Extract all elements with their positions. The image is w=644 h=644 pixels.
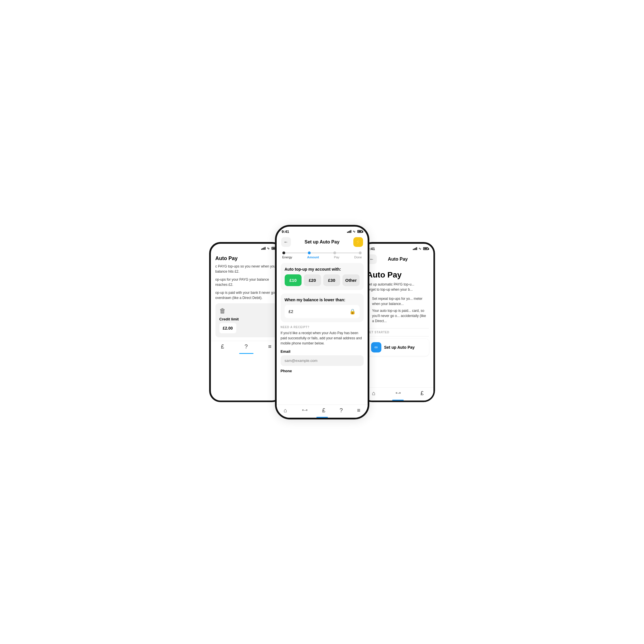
center-nav-activity-icon[interactable]: ⚬-⚬ (301, 408, 308, 413)
receipt-desc: If you'd like a receipt when your Auto P… (281, 330, 364, 346)
setup-btn-icon: ∞ (371, 342, 381, 352)
divider2 (367, 336, 429, 336)
step-dot-energy (282, 251, 285, 254)
left-bottom-nav: £ ? ≡ (211, 341, 282, 354)
bolt-button[interactable]: ⚡ (353, 237, 363, 247)
right-battery-icon (423, 247, 428, 250)
get-started-label: GET STARTED (367, 331, 429, 334)
center-nav-menu-icon[interactable]: ≡ (357, 407, 360, 414)
phone-label: Phone (281, 369, 364, 373)
step-label-amount: Amount (307, 255, 319, 259)
receipt-section: NEED A RECEIPT? If you'd like a receipt … (277, 326, 368, 378)
right-bottom-nav: ⌂ ⚬-⚬ £ (362, 387, 433, 401)
auto-pay-desc: Set up automatic PAYG top-u...forget to … (367, 282, 429, 292)
setup-auto-pay-button[interactable]: ∞ Set up Auto Pay (367, 339, 429, 356)
right-content: Auto Pay Set up automatic PAYG top-u...f… (362, 266, 433, 360)
check-list: ✓ Set repeat top-ups for yo... meter whe… (367, 296, 429, 324)
auto-pay-title: Auto Pay (367, 270, 429, 280)
amount-20-button[interactable]: £20 (304, 274, 321, 286)
nav-menu-icon[interactable]: ≡ (268, 343, 272, 350)
receipt-label: NEED A RECEIPT? (281, 326, 364, 329)
amount-10-button[interactable]: £10 (285, 274, 302, 286)
credit-limit-label: Credit limit (219, 317, 273, 321)
step-label-energy: Energy (282, 255, 292, 259)
check-text-2: Your auto top-up is paid... card, so you… (372, 308, 429, 324)
divider (367, 328, 429, 328)
step-dot-amount (308, 251, 311, 254)
setup-btn-text: Set up Auto Pay (384, 345, 415, 350)
center-nav-home-icon[interactable]: ⌂ (284, 407, 287, 414)
progress-line-2 (311, 253, 333, 253)
center-battery-icon (357, 230, 362, 233)
email-label: Email (281, 349, 364, 354)
scene: ∿ Auto Pay c PAYG top-ups so you never w… (165, 213, 479, 431)
right-nav-activity-icon[interactable]: ⚬-⚬ (395, 391, 401, 395)
nav-pound-icon[interactable]: £ (221, 343, 224, 350)
right-status-bar: 9:41 ∿ (362, 244, 433, 253)
right-header-title: Auto Pay (388, 257, 408, 262)
left-status-bar: ∿ (211, 244, 282, 252)
step-label-pay: Pay (334, 255, 339, 259)
center-wifi-icon: ∿ (353, 230, 355, 233)
balance-card-title: When my balance is lower than: (285, 298, 360, 302)
check-item-1: ✓ Set repeat top-ups for yo... meter whe… (367, 296, 429, 306)
progress-labels: Energy Amount Pay Done (282, 255, 362, 259)
right-header: ← Auto Pay (362, 253, 433, 266)
right-status-icons: ∿ (413, 247, 428, 251)
email-input[interactable] (281, 355, 364, 366)
center-nav-help-icon[interactable]: ? (340, 407, 343, 414)
center-bottom-nav: ⌂ ⚬-⚬ £ ? ≡ (277, 405, 368, 418)
center-time: 9:41 (282, 229, 289, 234)
progress-dots (282, 251, 362, 254)
credit-limit-value: £2.00 (219, 323, 236, 333)
balance-card: When my balance is lower than: £2 🔒 (281, 294, 364, 322)
step-label-done: Done (354, 255, 362, 259)
left-phone: ∿ Auto Pay c PAYG top-ups so you never w… (209, 242, 284, 402)
left-payg-text-3: op-up is paid with your bank ll never go… (215, 290, 277, 300)
center-status-bar: 9:41 ∿ (277, 227, 368, 235)
amount-options: £10 £20 £30 Other (285, 274, 360, 286)
left-payg-text-2: op-ups for your PAYG your balance reache… (215, 277, 277, 287)
right-wifi-icon: ∿ (419, 247, 421, 251)
right-nav-pound-icon[interactable]: £ (421, 390, 424, 397)
center-header: ← Set up Auto Pay ⚡ (277, 235, 368, 249)
amount-card: Auto top-up my account with: £10 £20 £30… (281, 263, 364, 290)
center-status-icons: ∿ (347, 230, 362, 233)
left-payg-text-1: c PAYG top-ups so you never when your ba… (215, 264, 277, 274)
back-button[interactable]: ← (281, 237, 291, 247)
center-signal-icon (347, 230, 351, 233)
signal-icon (261, 247, 265, 250)
left-page-title: Auto Pay (215, 255, 277, 261)
center-header-title: Set up Auto Pay (304, 239, 339, 245)
center-nav-pound-icon[interactable]: £ (322, 407, 325, 414)
progress-section: Energy Amount Pay Done (277, 249, 368, 263)
step-dot-done (359, 251, 362, 254)
amount-30-button[interactable]: £30 (323, 274, 340, 286)
nav-help-icon[interactable]: ? (245, 343, 248, 350)
credit-card: 🗑 Credit limit £2.00 (215, 303, 277, 337)
check-item-2: ✓ Your auto top-up is paid... card, so y… (367, 308, 429, 324)
right-nav-home-icon[interactable]: ⌂ (372, 390, 375, 397)
left-content: Auto Pay c PAYG top-ups so you never whe… (211, 252, 282, 341)
check-text-1: Set repeat top-ups for yo... meter when … (372, 296, 429, 306)
balance-value: £2 (289, 309, 294, 314)
trash-icon: 🗑 (219, 307, 273, 315)
right-phone: 9:41 ∿ ← Auto Pay Auto Pay Set up automa (361, 242, 435, 402)
center-phone: 9:41 ∿ ← Set up Auto Pay ⚡ (275, 225, 369, 419)
progress-line-1 (285, 253, 308, 253)
amount-other-button[interactable]: Other (342, 274, 360, 286)
step-dot-pay (333, 251, 336, 254)
wifi-icon: ∿ (267, 247, 270, 250)
right-signal-icon (413, 247, 417, 250)
amount-card-title: Auto top-up my account with: (285, 267, 360, 272)
lock-icon: 🔒 (349, 308, 356, 315)
progress-line-3 (336, 253, 359, 253)
balance-row: £2 🔒 (285, 305, 360, 318)
left-status-icons: ∿ (261, 247, 277, 250)
